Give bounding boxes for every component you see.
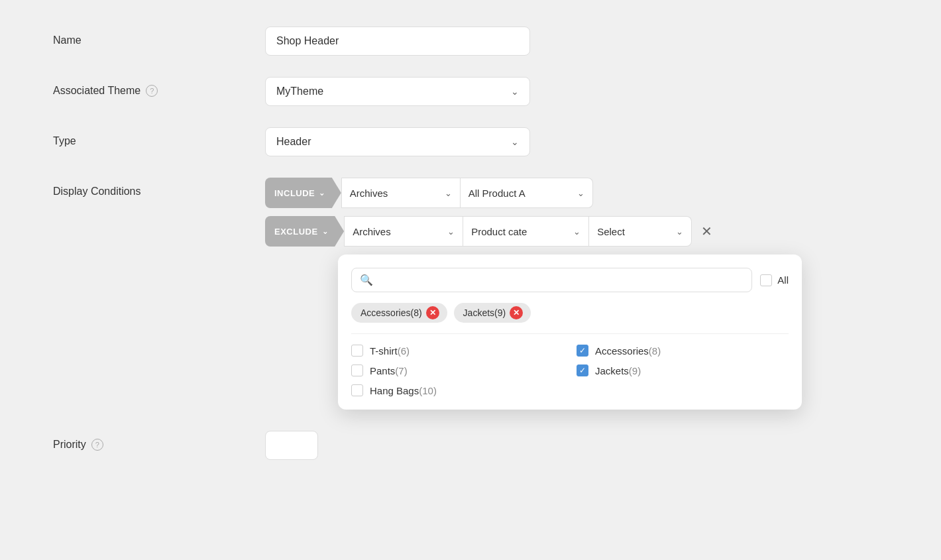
search-icon: 🔍 [360,274,373,286]
theme-select[interactable]: MyTheme ⌄ [265,77,530,106]
list-item-tshirt: T-shirt(6) [351,345,563,357]
theme-help-icon[interactable]: ? [146,85,158,97]
name-field-wrapper [265,27,530,56]
type-select[interactable]: Header ⌄ [265,127,530,156]
priority-label: Priority ? [53,431,265,451]
checkbox-hangbags[interactable] [351,384,363,396]
list-item-accessories: ✓ Accessories(8) [577,345,789,357]
include-condition-row: INCLUDE ⌄ Archives ⌄ All Product A ⌄ [265,178,888,208]
include-value-chevron-icon: ⌄ [577,188,584,198]
tag-accessories: Accessories(8) ✕ [351,303,447,323]
name-label: Name [53,27,265,46]
dropdown-popup: 🔍 All Accessories(8) ✕ Jackets(9) ✕ [338,254,802,410]
type-chevron-icon: ⌄ [511,137,519,147]
priority-row: Priority ? [53,431,888,460]
tag-jackets: Jackets(9) ✕ [454,303,531,323]
all-label: All [777,274,789,286]
theme-row: Associated Theme ? MyTheme ⌄ [53,77,888,106]
include-badge-chevron-icon: ⌄ [319,189,325,197]
all-checkbox-row: All [760,274,789,286]
type-row: Type Header ⌄ [53,127,888,156]
include-type-select[interactable]: Archives ⌄ [341,178,461,208]
priority-input[interactable] [265,431,318,460]
conditions-wrapper: INCLUDE ⌄ Archives ⌄ All Product A ⌄ EXC… [265,178,888,410]
conditions-row: Display Conditions INCLUDE ⌄ Archives ⌄ … [53,178,888,410]
conditions-label: Display Conditions [53,178,265,197]
all-checkbox[interactable] [760,274,772,286]
priority-field-wrapper [265,431,530,460]
remove-accessories-button[interactable]: ✕ [426,306,439,319]
checkbox-accessories[interactable]: ✓ [577,345,588,357]
theme-field-wrapper: MyTheme ⌄ [265,77,530,106]
list-item-hangbags: Hang Bags(10) [351,384,563,396]
exclude-value-chevron-icon: ⌄ [676,227,683,237]
exclude-badge[interactable]: EXCLUDE ⌄ [265,216,344,247]
list-item-jackets: ✓ Jackets(9) [577,364,789,376]
checkbox-jackets[interactable]: ✓ [577,364,588,376]
search-input[interactable] [378,274,744,286]
include-type-chevron-icon: ⌄ [445,188,452,198]
include-badge[interactable]: INCLUDE ⌄ [265,178,341,208]
exclude-subtype-chevron-icon: ⌄ [573,227,581,237]
name-row: Name [53,27,888,56]
search-row: 🔍 All [351,268,789,292]
exclude-badge-chevron-icon: ⌄ [322,227,329,236]
list-item-pants: Pants(7) [351,364,563,376]
selected-tags: Accessories(8) ✕ Jackets(9) ✕ [351,303,789,323]
remove-jackets-button[interactable]: ✕ [510,306,523,319]
checkbox-tshirt[interactable] [351,345,363,357]
exclude-type-select[interactable]: Archives ⌄ [344,216,463,247]
search-box: 🔍 [351,268,752,292]
theme-label: Associated Theme ? [53,77,265,97]
exclude-condition-row: EXCLUDE ⌄ Archives ⌄ Product cate ⌄ Sele… [265,216,888,247]
exclude-type-chevron-icon: ⌄ [447,227,455,237]
type-field-wrapper: Header ⌄ [265,127,530,156]
checkbox-pants[interactable] [351,364,363,376]
theme-chevron-icon: ⌄ [511,86,519,97]
exclude-subtype-select[interactable]: Product cate ⌄ [463,216,589,247]
checkbox-list: T-shirt(6) ✓ Accessories(8) Pants(7) ✓ J… [351,345,789,396]
priority-help-icon[interactable]: ? [91,439,103,451]
include-value-select[interactable]: All Product A ⌄ [461,178,593,208]
type-label: Type [53,127,265,147]
name-input[interactable] [265,27,530,56]
exclude-value-select[interactable]: Select ⌄ [589,216,692,247]
popup-divider [351,333,789,334]
exclude-remove-button[interactable]: ✕ [698,221,715,242]
